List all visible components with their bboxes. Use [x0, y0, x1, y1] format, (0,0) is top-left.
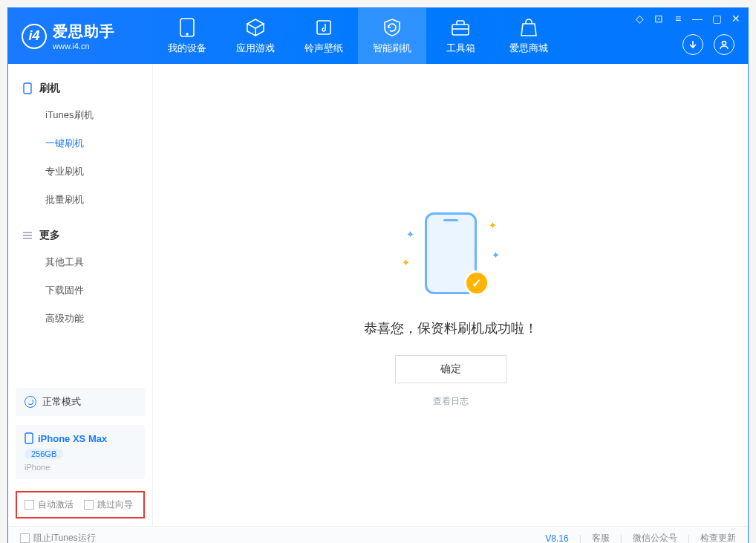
main-panel: ✦ ✦ ✦ ✦ ✓ 恭喜您，保资料刷机成功啦！ 确定 查看日志 [153, 64, 748, 526]
device-capacity: 256GB [25, 449, 63, 459]
separator: | [620, 533, 622, 544]
bag-icon [518, 17, 539, 38]
svg-rect-3 [452, 25, 469, 35]
checkbox-icon [25, 500, 34, 510]
group-title: 更多 [39, 229, 60, 242]
maximize-button[interactable]: ▢ [711, 13, 723, 25]
device-mode[interactable]: 正常模式 [16, 388, 145, 416]
sidebar-item-batch-flash[interactable]: 批量刷机 [8, 186, 152, 214]
tab-toolbox[interactable]: 工具箱 [426, 8, 495, 64]
group-title: 刷机 [39, 82, 60, 95]
sidebar-menu: 刷机 iTunes刷机 一键刷机 专业刷机 批量刷机 更多 其他工具 下载固件 … [8, 64, 152, 383]
device-card[interactable]: iPhone XS Max 256GB iPhone [16, 425, 145, 479]
body: 刷机 iTunes刷机 一键刷机 专业刷机 批量刷机 更多 其他工具 下载固件 … [8, 64, 748, 526]
separator: | [688, 533, 690, 544]
list-icon [22, 230, 33, 241]
download-button[interactable] [682, 34, 703, 55]
status-bar: 阻止iTunes运行 V8.16 | 客服 | 微信公众号 | 检查更新 [8, 526, 748, 543]
tab-label: 我的设备 [168, 42, 206, 55]
toolbox-icon [450, 17, 471, 38]
tab-label: 工具箱 [446, 42, 475, 55]
logo-icon: i4 [22, 24, 47, 49]
sparkle-icon: ✦ [489, 220, 497, 231]
group-flash[interactable]: 刷机 [8, 76, 152, 101]
mode-icon [25, 396, 36, 408]
sidebar-item-itunes-flash[interactable]: iTunes刷机 [8, 101, 152, 129]
tab-apps-games[interactable]: 应用游戏 [221, 8, 290, 64]
sidebar-item-pro-flash[interactable]: 专业刷机 [8, 157, 152, 186]
footer-right: V8.16 | 客服 | 微信公众号 | 检查更新 [545, 532, 736, 543]
sparkle-icon: ✦ [406, 229, 414, 240]
checkbox-label: 自动激活 [38, 498, 74, 511]
tab-label: 铃声壁纸 [304, 42, 343, 55]
tab-ring-wallpaper[interactable]: 铃声壁纸 [290, 8, 358, 64]
minimize-button[interactable]: — [691, 13, 703, 25]
footer-left: 阻止iTunes运行 [20, 532, 96, 543]
checkbox-icon [84, 500, 94, 510]
header-actions [682, 34, 734, 55]
refresh-shield-icon [382, 17, 403, 38]
group-more[interactable]: 更多 [8, 223, 152, 248]
sidebar-item-advanced[interactable]: 高级功能 [8, 305, 152, 333]
version-label: V8.16 [545, 533, 568, 544]
cube-icon [245, 17, 266, 38]
checkbox-icon [20, 533, 30, 543]
tab-store[interactable]: 爱思商城 [495, 8, 563, 64]
svg-point-5 [723, 42, 726, 45]
menu-icon[interactable]: ≡ [672, 13, 684, 25]
success-illustration: ✦ ✦ ✦ ✦ ✓ [406, 212, 495, 302]
view-log-link[interactable]: 查看日志 [433, 395, 469, 408]
close-button[interactable]: ✕ [730, 13, 742, 25]
checkbox-label: 阻止iTunes运行 [33, 532, 96, 543]
link-support[interactable]: 客服 [592, 532, 610, 543]
svg-rect-6 [24, 83, 31, 94]
sparkle-icon: ✦ [402, 257, 410, 268]
separator: | [579, 533, 581, 544]
success-message: 恭喜您，保资料刷机成功啦！ [364, 319, 538, 337]
user-button[interactable] [714, 34, 734, 55]
flash-options: 自动激活 跳过向导 [16, 491, 145, 518]
checkbox-skip-guide[interactable]: 跳过向导 [84, 498, 133, 511]
svg-rect-2 [317, 21, 330, 34]
feedback-icon[interactable]: ⊡ [653, 13, 665, 25]
tab-label: 应用游戏 [236, 42, 275, 55]
sidebar: 刷机 iTunes刷机 一键刷机 专业刷机 批量刷机 更多 其他工具 下载固件 … [8, 64, 153, 526]
link-check-update[interactable]: 检查更新 [700, 532, 736, 543]
check-icon: ✓ [464, 270, 489, 296]
device-icon [177, 17, 198, 38]
svg-point-1 [186, 33, 189, 36]
sparkle-icon: ✦ [492, 250, 500, 261]
logo-area: i4 爱思助手 www.i4.cn [8, 22, 153, 51]
phone-icon [22, 82, 33, 94]
music-note-icon [313, 17, 334, 38]
sidebar-item-oneclick-flash[interactable]: 一键刷机 [8, 129, 152, 157]
tab-label: 智能刷机 [373, 42, 411, 55]
tab-my-device[interactable]: 我的设备 [153, 8, 221, 64]
nav-tabs: 我的设备 应用游戏 铃声壁纸 智能刷机 工具箱 爱思商城 [153, 8, 563, 64]
app-title: 爱思助手 [53, 22, 115, 42]
window-controls: ◇ ⊡ ≡ — ▢ ✕ [633, 13, 742, 25]
device-name: iPhone XS Max [38, 433, 107, 444]
sidebar-item-download-firmware[interactable]: 下载固件 [8, 276, 152, 305]
sidebar-item-other-tools[interactable]: 其他工具 [8, 248, 152, 276]
logo-text: 爱思助手 www.i4.cn [53, 22, 115, 51]
mode-label: 正常模式 [42, 395, 81, 409]
svg-rect-10 [25, 433, 33, 443]
tab-label: 爱思商城 [509, 42, 548, 55]
header: i4 爱思助手 www.i4.cn 我的设备 应用游戏 铃声壁纸 智能刷机 [8, 8, 748, 64]
ok-button[interactable]: 确定 [395, 355, 506, 383]
app-window: i4 爱思助手 www.i4.cn 我的设备 应用游戏 铃声壁纸 智能刷机 [7, 7, 749, 543]
checkbox-auto-activate[interactable]: 自动激活 [25, 498, 74, 511]
app-site: www.i4.cn [53, 42, 115, 51]
checkbox-label: 跳过向导 [97, 498, 133, 511]
device-type: iPhone [25, 463, 136, 472]
tab-smart-flash[interactable]: 智能刷机 [358, 8, 426, 64]
link-wechat[interactable]: 微信公众号 [633, 532, 677, 543]
phone-icon [25, 432, 33, 444]
skin-icon[interactable]: ◇ [633, 13, 645, 25]
device-name-row: iPhone XS Max [25, 432, 136, 444]
checkbox-block-itunes[interactable]: 阻止iTunes运行 [20, 532, 96, 543]
